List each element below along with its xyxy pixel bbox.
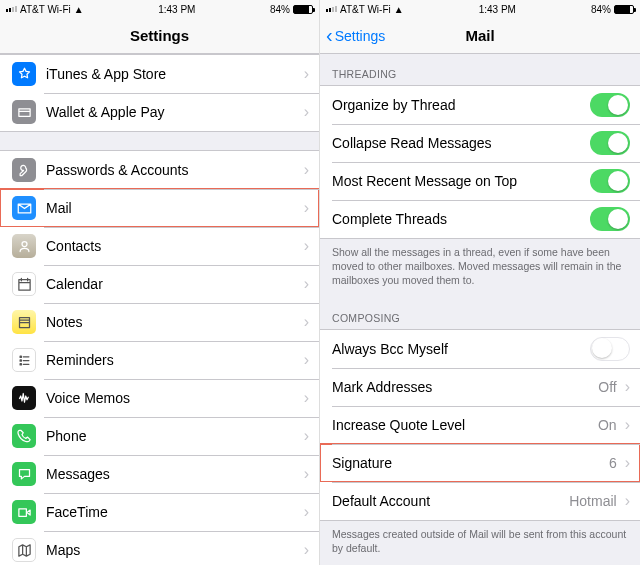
chevron-right-icon: ›	[304, 237, 309, 255]
row-label: Always Bcc Myself	[332, 341, 590, 357]
row-detail: On	[598, 417, 621, 433]
appstore-icon	[12, 62, 36, 86]
mail-row-mark-addresses[interactable]: Mark AddressesOff›	[320, 368, 640, 406]
row-label: Default Account	[332, 493, 569, 509]
nav-bar: ‹ Settings Mail	[320, 18, 640, 54]
toggle-organize-thread[interactable]	[590, 93, 630, 117]
toggle-collapse-read[interactable]	[590, 131, 630, 155]
settings-row-phone[interactable]: Phone ›	[0, 417, 319, 455]
toggle-most-recent-top[interactable]	[590, 169, 630, 193]
chevron-right-icon: ›	[625, 492, 630, 510]
chevron-right-icon: ›	[304, 351, 309, 369]
phone-icon	[12, 424, 36, 448]
chevron-right-icon: ›	[304, 103, 309, 121]
notes-icon	[12, 310, 36, 334]
row-label: Mail	[46, 200, 300, 216]
toggle-complete-threads[interactable]	[590, 207, 630, 231]
battery-pct: 84%	[270, 4, 290, 15]
wifi-icon: ▲	[74, 4, 84, 15]
settings-row-mail[interactable]: Mail ›	[0, 189, 319, 227]
page-title: Settings	[130, 27, 189, 44]
section-header: COMPOSING	[320, 298, 640, 329]
row-label: Calendar	[46, 276, 300, 292]
row-label: Collapse Read Messages	[332, 135, 590, 151]
chevron-right-icon: ›	[304, 313, 309, 331]
settings-row-messages[interactable]: Messages ›	[0, 455, 319, 493]
clock: 1:43 PM	[479, 4, 516, 15]
page-title: Mail	[465, 27, 494, 44]
row-detail: 6	[609, 455, 621, 471]
chevron-right-icon: ›	[304, 503, 309, 521]
wallet-icon	[12, 100, 36, 124]
section-header: THREADING	[320, 54, 640, 85]
row-label: Reminders	[46, 352, 300, 368]
mail-settings-list[interactable]: THREADINGOrganize by ThreadCollapse Read…	[320, 54, 640, 565]
status-bar: AT&T Wi-Fi ▲ 1:43 PM 84%	[0, 0, 319, 18]
toggle-always-bcc[interactable]	[590, 337, 630, 361]
signal-icon	[6, 6, 17, 12]
row-label: Voice Memos	[46, 390, 300, 406]
settings-row-passwords[interactable]: Passwords & Accounts ›	[0, 151, 319, 189]
row-label: Contacts	[46, 238, 300, 254]
battery-pct: 84%	[591, 4, 611, 15]
settings-screen: AT&T Wi-Fi ▲ 1:43 PM 84% Settings iTunes…	[0, 0, 320, 565]
row-label: Phone	[46, 428, 300, 444]
chevron-right-icon: ›	[304, 389, 309, 407]
chevron-right-icon: ›	[625, 378, 630, 396]
mail-row-increase-quote[interactable]: Increase Quote LevelOn›	[320, 406, 640, 444]
chevron-right-icon: ›	[304, 427, 309, 445]
wifi-icon: ▲	[394, 4, 404, 15]
contacts-icon	[12, 234, 36, 258]
mail-row-organize-thread[interactable]: Organize by Thread	[320, 86, 640, 124]
signal-icon	[326, 6, 337, 12]
chevron-right-icon: ›	[304, 199, 309, 217]
row-label: Maps	[46, 542, 300, 558]
settings-row-facetime[interactable]: FaceTime ›	[0, 493, 319, 531]
settings-list[interactable]: iTunes & App Store › Wallet & Apple Pay …	[0, 54, 319, 565]
settings-row-voice-memos[interactable]: Voice Memos ›	[0, 379, 319, 417]
row-label: Increase Quote Level	[332, 417, 598, 433]
chevron-left-icon: ‹	[326, 24, 333, 47]
mail-row-most-recent-top[interactable]: Most Recent Message on Top	[320, 162, 640, 200]
settings-row-reminders[interactable]: Reminders ›	[0, 341, 319, 379]
settings-row-itunes[interactable]: iTunes & App Store ›	[0, 55, 319, 93]
clock: 1:43 PM	[158, 4, 195, 15]
chevron-right-icon: ›	[304, 465, 309, 483]
mail-settings-screen: AT&T Wi-Fi ▲ 1:43 PM 84% ‹ Settings Mail…	[320, 0, 640, 565]
facetime-icon	[12, 500, 36, 524]
status-bar: AT&T Wi-Fi ▲ 1:43 PM 84%	[320, 0, 640, 18]
mail-row-default-account[interactable]: Default AccountHotmail›	[320, 482, 640, 520]
mail-row-signature[interactable]: Signature6›	[320, 444, 640, 482]
mail-row-complete-threads[interactable]: Complete Threads	[320, 200, 640, 238]
carrier-label: AT&T Wi-Fi	[20, 4, 71, 15]
section-footer: Show all the messages in a thread, even …	[320, 239, 640, 298]
settings-row-wallet[interactable]: Wallet & Apple Pay ›	[0, 93, 319, 131]
section-footer: Messages created outside of Mail will be…	[320, 521, 640, 565]
row-label: Complete Threads	[332, 211, 590, 227]
row-label: Signature	[332, 455, 609, 471]
settings-row-calendar[interactable]: Calendar ›	[0, 265, 319, 303]
chevron-right-icon: ›	[304, 541, 309, 559]
chevron-right-icon: ›	[625, 416, 630, 434]
voice-icon	[12, 386, 36, 410]
row-label: Most Recent Message on Top	[332, 173, 590, 189]
mail-row-always-bcc[interactable]: Always Bcc Myself	[320, 330, 640, 368]
nav-bar: Settings	[0, 18, 319, 54]
row-detail: Hotmail	[569, 493, 620, 509]
chevron-right-icon: ›	[304, 65, 309, 83]
settings-row-contacts[interactable]: Contacts ›	[0, 227, 319, 265]
settings-row-notes[interactable]: Notes ›	[0, 303, 319, 341]
row-label: Messages	[46, 466, 300, 482]
key-icon	[12, 158, 36, 182]
settings-row-maps[interactable]: Maps ›	[0, 531, 319, 565]
row-label: Wallet & Apple Pay	[46, 104, 300, 120]
maps-icon	[12, 538, 36, 562]
battery-icon	[293, 5, 313, 14]
back-button[interactable]: ‹ Settings	[326, 18, 385, 53]
back-label: Settings	[335, 28, 386, 44]
messages-icon	[12, 462, 36, 486]
row-label: iTunes & App Store	[46, 66, 300, 82]
row-label: Passwords & Accounts	[46, 162, 300, 178]
mail-row-collapse-read[interactable]: Collapse Read Messages	[320, 124, 640, 162]
carrier-label: AT&T Wi-Fi	[340, 4, 391, 15]
